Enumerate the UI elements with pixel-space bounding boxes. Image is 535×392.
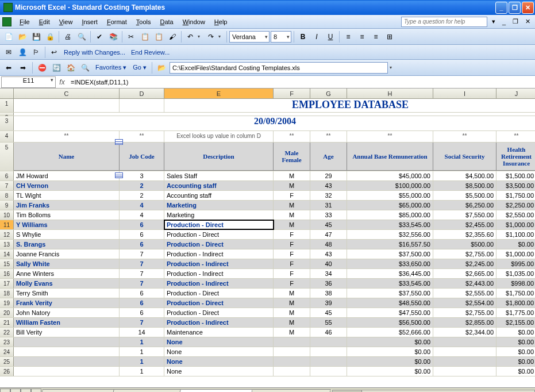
cell-health[interactable]: $2,550.00 bbox=[496, 210, 535, 220]
cell-remuneration[interactable]: $65,000.00 bbox=[347, 201, 433, 210]
cell-gender[interactable]: F bbox=[274, 279, 310, 288]
cell-jobcode[interactable]: 3 bbox=[120, 171, 164, 180]
cell-health[interactable]: $995.00 bbox=[496, 259, 535, 268]
cell-remuneration[interactable]: $33,650.00 bbox=[347, 259, 433, 268]
cell-jobcode[interactable]: 4 bbox=[120, 201, 164, 210]
cell-description[interactable]: None bbox=[164, 337, 274, 347]
cell-gender[interactable]: M bbox=[274, 308, 310, 317]
data-row[interactable]: 10Tim Bolloms4MarketingM33$85,000.00$7,5… bbox=[0, 210, 535, 220]
data-row[interactable]: 18Terry Smith6Production - DirectM38$37,… bbox=[0, 289, 535, 298]
cell-social-security[interactable]: $6,250.00 bbox=[433, 201, 496, 210]
cell-description[interactable]: Production - Indirect bbox=[164, 279, 274, 288]
address-input[interactable]: C:\ExcelFiles\Standard Costing Templates… bbox=[170, 62, 388, 74]
cell-social-security[interactable] bbox=[433, 337, 496, 347]
cell-name[interactable]: Frank Verity bbox=[14, 298, 120, 308]
address-dropdown-icon[interactable]: ▾ bbox=[390, 65, 395, 70]
cell-name[interactable]: Bill Verity bbox=[14, 328, 120, 337]
cell-remuneration[interactable]: $32,556.00 bbox=[347, 230, 433, 239]
tab-nav-prev-icon[interactable]: ◀ bbox=[10, 389, 21, 392]
cell-name[interactable]: S Whylie bbox=[14, 230, 120, 239]
cell-health[interactable]: $0.00 bbox=[496, 337, 535, 347]
cell-description[interactable]: Production - Direct bbox=[164, 289, 274, 298]
cell-description[interactable]: Production - Indirect bbox=[164, 259, 274, 268]
maximize-button[interactable]: ❐ bbox=[509, 2, 521, 14]
cell-remuneration[interactable]: $37,500.00 bbox=[347, 249, 433, 259]
close-button[interactable]: ✕ bbox=[522, 2, 534, 14]
row-header[interactable]: 16 bbox=[0, 269, 14, 278]
cell-name[interactable]: S. Brangs bbox=[14, 240, 120, 249]
cell-age[interactable] bbox=[310, 347, 347, 356]
col-header[interactable]: C bbox=[14, 89, 120, 98]
cell-name[interactable]: Molly Evans bbox=[14, 279, 120, 288]
cell-gender[interactable]: M bbox=[274, 328, 310, 337]
cell-social-security[interactable]: $8,500.00 bbox=[433, 181, 496, 190]
data-row[interactable]: 241None$0.00$0.00 bbox=[0, 347, 535, 357]
row-header[interactable]: 9 bbox=[0, 201, 14, 210]
bold-icon[interactable]: B bbox=[297, 30, 309, 43]
cell-remuneration[interactable]: $33,545.00 bbox=[347, 279, 433, 288]
row-header[interactable]: 7 bbox=[0, 181, 14, 190]
help-search-input[interactable] bbox=[401, 17, 487, 27]
data-row[interactable]: 11Y Williams6Production - DirectM45$33,5… bbox=[0, 220, 535, 230]
cell-jobcode[interactable]: 7 bbox=[120, 269, 164, 278]
data-row[interactable]: 261None$0.00$0.00 bbox=[0, 367, 535, 376]
data-row[interactable]: 17Molly Evans7Production - IndirectF36$3… bbox=[0, 279, 535, 289]
data-row[interactable]: 21William Fasten7Production - IndirectM5… bbox=[0, 318, 535, 328]
refresh-icon[interactable]: 🔄 bbox=[50, 62, 63, 74]
cell-age[interactable] bbox=[310, 357, 347, 366]
sheet-tab[interactable]: Employee Database bbox=[178, 389, 253, 392]
row-header[interactable]: 24 bbox=[0, 347, 14, 356]
cell-health[interactable]: $1,750.00 bbox=[496, 289, 535, 298]
cell-health[interactable]: $1,000.00 bbox=[496, 249, 535, 259]
select-all-corner[interactable] bbox=[0, 89, 14, 98]
cell-age[interactable]: 43 bbox=[310, 181, 347, 190]
data-row[interactable]: 15Sally White7Production - IndirectF40$3… bbox=[0, 259, 535, 269]
cell-age[interactable]: 34 bbox=[310, 269, 347, 278]
cell-jobcode[interactable]: 6 bbox=[120, 240, 164, 249]
cell-description[interactable]: None bbox=[164, 357, 274, 366]
cell-social-security[interactable]: $2,755.00 bbox=[433, 249, 496, 259]
cell-social-security[interactable]: $500.00 bbox=[433, 240, 496, 249]
open-icon[interactable]: 📂 bbox=[16, 30, 29, 43]
data-row[interactable]: 20John Natory6Production - DirectM45$47,… bbox=[0, 308, 535, 318]
col-header[interactable]: E bbox=[164, 89, 274, 98]
row-header[interactable]: 3 bbox=[0, 116, 14, 130]
cell-jobcode[interactable]: 6 bbox=[120, 230, 164, 239]
row-header[interactable]: 19 bbox=[0, 298, 14, 308]
row-header[interactable]: 20 bbox=[0, 308, 14, 317]
merge-center-icon[interactable]: ⊞ bbox=[383, 30, 396, 43]
reply-changes-link[interactable]: Reply with Changes... bbox=[61, 49, 128, 56]
row-header[interactable]: 18 bbox=[0, 289, 14, 298]
cell-name[interactable]: Terry Smith bbox=[14, 289, 120, 298]
minimize-button[interactable]: _ bbox=[495, 2, 507, 14]
cell-description[interactable]: Accounting staff bbox=[164, 181, 274, 190]
formula-input[interactable]: =INDEX(staff,D11,1) bbox=[67, 79, 535, 86]
cell-health[interactable]: $1,000.00 bbox=[496, 220, 535, 229]
cell-health[interactable]: $1,750.00 bbox=[496, 191, 535, 200]
cell-jobcode[interactable]: 4 bbox=[120, 210, 164, 220]
menu-edit[interactable]: Edit bbox=[34, 17, 55, 27]
cell-gender[interactable]: M bbox=[274, 318, 310, 327]
cell-social-security[interactable] bbox=[433, 357, 496, 366]
research-icon[interactable]: 📚 bbox=[107, 30, 120, 43]
cell-description[interactable]: Production - Direct bbox=[164, 240, 274, 249]
cell-gender[interactable] bbox=[274, 367, 310, 376]
cell-description[interactable]: Production - Direct bbox=[164, 230, 274, 239]
cell-social-security[interactable]: $2,443.00 bbox=[433, 279, 496, 288]
end-review-link[interactable]: End Review... bbox=[129, 49, 172, 56]
cell-jobcode[interactable]: 6 bbox=[120, 298, 164, 308]
row-header[interactable]: 21 bbox=[0, 318, 14, 327]
cell-remuneration[interactable]: $48,550.00 bbox=[347, 298, 433, 308]
menu-insert[interactable]: Insert bbox=[77, 17, 102, 27]
cell-health[interactable]: $1,100.00 bbox=[496, 230, 535, 239]
cell-social-security[interactable]: $2,665.00 bbox=[433, 269, 496, 278]
cell-name[interactable] bbox=[14, 367, 120, 376]
cell-social-security[interactable]: $2,855.00 bbox=[433, 318, 496, 327]
row-header[interactable]: 17 bbox=[0, 279, 14, 288]
cell-age[interactable]: 46 bbox=[310, 328, 347, 337]
fx-icon[interactable]: fx bbox=[57, 78, 67, 86]
back-icon[interactable]: ⬅ bbox=[2, 62, 15, 74]
cell-remuneration[interactable]: $52,666.00 bbox=[347, 328, 433, 337]
cell-name[interactable]: Tim Bolloms bbox=[14, 210, 120, 220]
data-row[interactable]: 12S Whylie6Production - DirectF47$32,556… bbox=[0, 230, 535, 240]
